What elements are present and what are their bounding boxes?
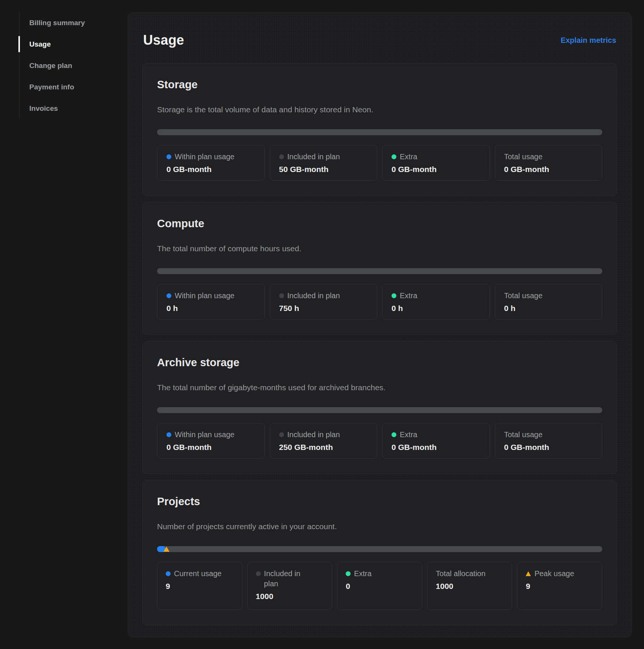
stat-label: Extra: [400, 152, 417, 162]
billing-sidebar: Billing summary Usage Change plan Paymen…: [19, 12, 118, 119]
stat-current-usage: Current usage 9: [157, 562, 242, 610]
blue-dot-icon: [166, 571, 171, 576]
stat-total-usage: Total usage 0 GB-month: [495, 145, 603, 181]
gray-dot-icon: [256, 571, 261, 576]
stat-value: 50 GB-month: [279, 165, 368, 174]
explain-metrics-link[interactable]: Explain metrics: [561, 36, 616, 45]
blue-dot-icon: [166, 293, 171, 298]
stat-value: 0 GB-month: [392, 443, 481, 452]
stat-label: Extra: [400, 291, 417, 301]
stat-total-allocation: Total allocation 1000: [427, 562, 512, 610]
gray-dot-icon: [279, 432, 284, 437]
archive-stats-row: Within plan usage 0 GB-month Included in…: [157, 423, 602, 459]
stat-label: Total usage: [504, 291, 543, 301]
stat-value: 0 GB-month: [504, 443, 593, 452]
stat-label: Within plan usage: [175, 291, 234, 301]
section-description: Storage is the total volume of data and …: [157, 105, 602, 114]
compute-stats-row: Within plan usage 0 h Included in plan 7…: [157, 284, 602, 320]
green-dot-icon: [346, 571, 351, 576]
stat-label: Extra: [354, 569, 372, 579]
stat-included-in-plan: Included in plan 50 GB-month: [270, 145, 378, 181]
stat-label: Included in plan: [287, 291, 340, 301]
green-dot-icon: [392, 293, 396, 298]
stat-value: 0 GB-month: [166, 165, 255, 174]
stat-label: Within plan usage: [175, 430, 234, 440]
sidebar-item-billing-summary[interactable]: Billing summary: [20, 12, 118, 33]
green-dot-icon: [392, 154, 396, 159]
stat-value: 9: [166, 582, 234, 591]
stat-label: Peak usage: [534, 569, 574, 579]
section-title: Projects: [157, 495, 602, 508]
stat-value: 0 GB-month: [504, 165, 593, 174]
green-dot-icon: [392, 432, 396, 437]
sidebar-item-label: Change plan: [29, 62, 72, 69]
projects-card: Projects Number of projects currently ac…: [142, 480, 617, 625]
blue-dot-icon: [166, 154, 171, 159]
stat-value: 750 h: [279, 304, 368, 313]
stat-extra: Extra 0 GB-month: [382, 145, 490, 181]
stat-label: Included in plan: [264, 569, 312, 589]
panel-header: Usage Explain metrics: [143, 32, 616, 48]
sidebar-item-label: Billing summary: [29, 19, 85, 27]
stat-label: Total usage: [504, 152, 543, 162]
stat-within-plan-usage: Within plan usage 0 GB-month: [157, 145, 265, 181]
stat-value: 0 GB-month: [166, 443, 255, 452]
stat-label: Current usage: [174, 569, 222, 579]
stat-value: 0: [346, 582, 414, 591]
storage-stats-row: Within plan usage 0 GB-month Included in…: [157, 145, 602, 181]
compute-card: Compute The total number of compute hour…: [142, 202, 617, 335]
stat-label: Total usage: [504, 430, 543, 440]
stat-value: 0 h: [392, 304, 481, 313]
section-title: Storage: [157, 78, 602, 91]
projects-progress-bar: [157, 546, 602, 552]
section-title: Archive storage: [157, 356, 602, 369]
gray-dot-icon: [279, 293, 284, 298]
stat-within-plan-usage: Within plan usage 0 GB-month: [157, 423, 265, 459]
section-description: Number of projects currently active in y…: [157, 522, 602, 531]
projects-stats-row: Current usage 9 Included in plan 1000 Ex…: [157, 562, 602, 610]
storage-progress-bar: [157, 129, 602, 135]
stat-label: Extra: [400, 430, 417, 440]
sidebar-item-label: Invoices: [29, 104, 58, 112]
stat-extra: Extra 0: [337, 562, 422, 610]
stat-extra: Extra 0 h: [382, 284, 490, 320]
usage-panel: Usage Explain metrics Storage Storage is…: [128, 12, 632, 637]
stat-value: 0 h: [166, 304, 255, 313]
orange-triangle-icon: [526, 571, 531, 576]
storage-card: Storage Storage is the total volume of d…: [142, 63, 617, 196]
stat-included-in-plan: Included in plan 250 GB-month: [270, 423, 378, 459]
sidebar-item-usage[interactable]: Usage: [20, 33, 118, 55]
sidebar-item-payment-info[interactable]: Payment info: [20, 76, 118, 98]
sidebar-item-change-plan[interactable]: Change plan: [20, 55, 118, 76]
sidebar-item-label: Usage: [29, 40, 51, 48]
stat-value: 250 GB-month: [279, 443, 368, 452]
section-description: The total number of compute hours used.: [157, 244, 602, 253]
archive-storage-card: Archive storage The total number of giga…: [142, 341, 617, 474]
peak-usage-marker-icon: [163, 546, 169, 552]
gray-dot-icon: [279, 154, 284, 159]
stat-value: 0 h: [504, 304, 593, 313]
archive-progress-bar: [157, 407, 602, 413]
stat-peak-usage: Peak usage 9: [517, 562, 602, 610]
stat-label: Total allocation: [436, 569, 485, 579]
stat-value: 1000: [256, 592, 324, 601]
stat-label: Included in plan: [287, 152, 340, 162]
stat-value: 0 GB-month: [392, 165, 481, 174]
stat-extra: Extra 0 GB-month: [382, 423, 490, 459]
stat-included-in-plan: Included in plan 1000: [247, 562, 333, 610]
stat-total-usage: Total usage 0 GB-month: [495, 423, 603, 459]
stat-value: 9: [526, 582, 594, 591]
stat-total-usage: Total usage 0 h: [495, 284, 603, 320]
section-title: Compute: [157, 217, 602, 230]
stat-value: 1000: [436, 582, 504, 591]
sidebar-item-invoices[interactable]: Invoices: [20, 98, 118, 119]
stat-included-in-plan: Included in plan 750 h: [270, 284, 378, 320]
stat-within-plan-usage: Within plan usage 0 h: [157, 284, 265, 320]
stat-label: Included in plan: [287, 430, 340, 440]
blue-dot-icon: [166, 432, 171, 437]
section-description: The total number of gigabyte-months used…: [157, 383, 602, 392]
stat-label: Within plan usage: [175, 152, 234, 162]
page-title: Usage: [143, 32, 184, 48]
compute-progress-bar: [157, 268, 602, 274]
sidebar-item-label: Payment info: [29, 83, 74, 91]
